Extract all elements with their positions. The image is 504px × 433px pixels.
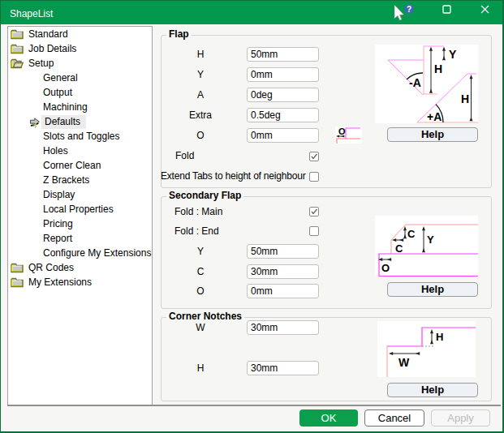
svg-text:O: O (338, 126, 346, 136)
svg-text:-A: -A (409, 76, 421, 89)
svg-text:W: W (398, 356, 410, 369)
svg-text:C: C (407, 228, 416, 240)
svg-text:H: H (461, 92, 469, 105)
svg-text:?: ? (407, 5, 411, 14)
svg-text:Y: Y (449, 48, 457, 61)
svg-text:C: C (395, 242, 403, 255)
svg-text:Y: Y (427, 234, 434, 246)
svg-text:H: H (434, 62, 442, 75)
svg-text:+A: +A (427, 110, 442, 123)
svg-text:H: H (436, 331, 443, 343)
svg-text:O: O (381, 262, 390, 274)
